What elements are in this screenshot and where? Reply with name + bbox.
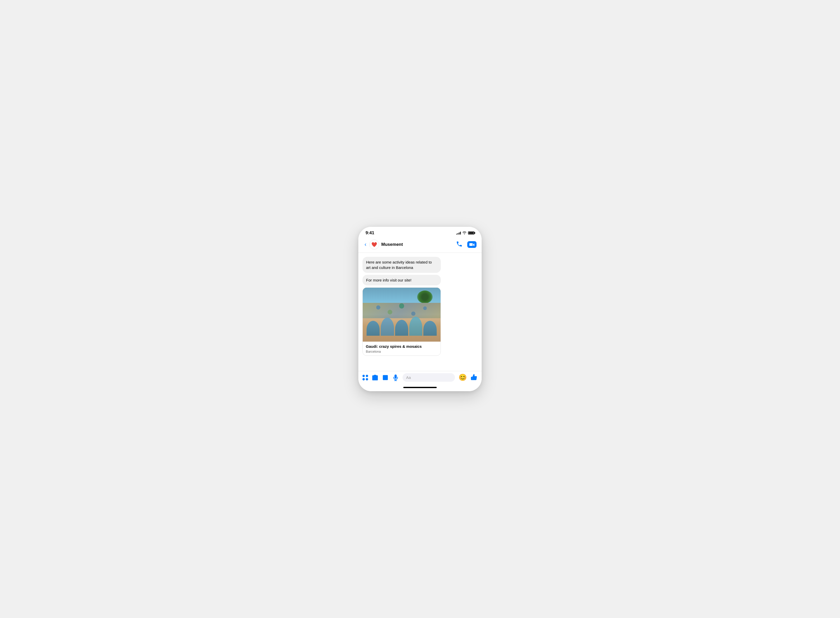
header-actions bbox=[456, 241, 477, 248]
microphone-button[interactable] bbox=[392, 374, 399, 381]
chat-area: Here are some activity ideas related to … bbox=[358, 253, 482, 371]
activity-card[interactable]: Gaudi: crazy spires & mosaics Barcelona bbox=[363, 287, 441, 356]
chat-header: ‹ Musement bbox=[358, 238, 482, 253]
video-button[interactable] bbox=[467, 241, 477, 248]
status-icons bbox=[456, 231, 474, 235]
signal-icon bbox=[456, 232, 461, 235]
emoji-button[interactable]: 😊 bbox=[458, 373, 467, 382]
like-button[interactable] bbox=[470, 373, 477, 382]
back-button[interactable]: ‹ bbox=[363, 241, 367, 248]
battery-icon bbox=[468, 232, 474, 235]
card-location: Barcelona bbox=[366, 349, 437, 354]
apps-button[interactable] bbox=[363, 375, 368, 380]
text-input[interactable]: Aa bbox=[403, 373, 455, 382]
card-image bbox=[363, 288, 440, 342]
chat-toolbar: Aa 😊 bbox=[358, 371, 482, 385]
phone-button[interactable] bbox=[456, 241, 462, 248]
card-title: Gaudi: crazy spires & mosaics bbox=[366, 344, 437, 349]
phone-frame: 9:41 ‹ bbox=[358, 227, 482, 391]
status-time: 9:41 bbox=[366, 230, 374, 236]
message-bubble-2: For more info visit our site! bbox=[363, 275, 441, 285]
wifi-icon bbox=[462, 231, 467, 235]
message-bubble-1: Here are some activity ideas related to … bbox=[363, 257, 441, 273]
home-indicator bbox=[358, 385, 482, 391]
photo-button[interactable] bbox=[382, 374, 389, 381]
contact-avatar bbox=[369, 240, 379, 250]
contact-name: Musement bbox=[381, 242, 456, 247]
camera-button[interactable] bbox=[372, 374, 378, 381]
home-bar bbox=[403, 387, 437, 388]
svg-point-1 bbox=[384, 376, 385, 377]
card-info: Gaudi: crazy spires & mosaics Barcelona bbox=[363, 342, 440, 355]
status-bar: 9:41 bbox=[358, 227, 482, 238]
